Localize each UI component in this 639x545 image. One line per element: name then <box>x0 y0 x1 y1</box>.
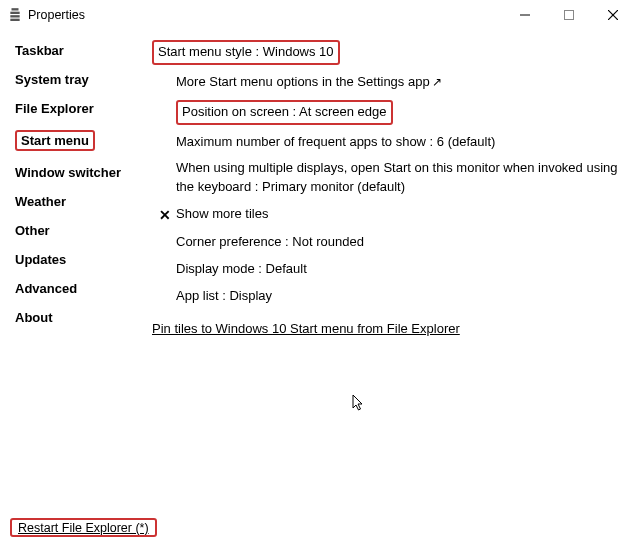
svg-rect-5 <box>565 11 574 20</box>
sidebar-item-file-explorer[interactable]: File Explorer <box>15 94 150 123</box>
row-label: Display mode : Default <box>176 260 621 279</box>
sidebar-item-label: Advanced <box>15 281 77 296</box>
external-link-icon: ↗ <box>432 75 442 89</box>
more-options-link[interactable]: More Start menu options in the Settings … <box>176 69 621 96</box>
row-label: Corner preference : Not rounded <box>176 233 621 252</box>
svg-rect-2 <box>10 15 19 17</box>
row-label: More Start menu options in the Settings … <box>176 74 430 89</box>
sidebar-item-weather[interactable]: Weather <box>15 187 150 216</box>
sidebar: Taskbar System tray File Explorer Start … <box>0 36 150 509</box>
sidebar-item-start-menu[interactable]: Start menu <box>15 123 150 158</box>
minimize-button[interactable] <box>503 0 547 30</box>
sidebar-item-about[interactable]: About <box>15 303 150 332</box>
row-label: Maximum number of frequent apps to show … <box>176 133 621 152</box>
titlebar: Properties <box>0 0 639 30</box>
sidebar-item-label: File Explorer <box>15 101 94 116</box>
sidebar-item-label: Other <box>15 223 50 238</box>
svg-rect-0 <box>12 8 19 10</box>
window-title: Properties <box>28 8 503 22</box>
maximize-button[interactable] <box>547 0 591 30</box>
pin-tiles-link[interactable]: Pin tiles to Windows 10 Start menu from … <box>152 316 621 343</box>
main-panel: Start menu style : Windows 10 More Start… <box>150 36 639 509</box>
row-label: Show more tiles <box>176 205 621 225</box>
app-icon <box>8 8 22 22</box>
max-frequent-apps-row[interactable]: Maximum number of frequent apps to show … <box>176 129 621 156</box>
sidebar-item-advanced[interactable]: Advanced <box>15 274 150 303</box>
sidebar-item-updates[interactable]: Updates <box>15 245 150 274</box>
sidebar-item-label: Window switcher <box>15 165 121 180</box>
row-label: App list : Display <box>176 287 621 306</box>
restart-file-explorer-link[interactable]: Restart File Explorer (*) <box>12 517 155 539</box>
sidebar-item-label: Updates <box>15 252 66 267</box>
start-menu-style-row[interactable]: Start menu style : Windows 10 <box>152 36 621 69</box>
sidebar-item-label: System tray <box>15 72 89 87</box>
position-on-screen-row[interactable]: Position on screen : At screen edge <box>176 96 621 129</box>
window-controls <box>503 0 635 30</box>
svg-rect-1 <box>10 12 19 14</box>
x-icon: ✕ <box>154 205 176 225</box>
svg-rect-3 <box>10 19 19 21</box>
multi-display-row[interactable]: When using multiple displays, open Start… <box>176 155 621 201</box>
sidebar-item-window-switcher[interactable]: Window switcher <box>15 158 150 187</box>
row-label: When using multiple displays, open Start… <box>176 159 621 197</box>
row-label: Pin tiles to Windows 10 Start menu from … <box>152 320 621 339</box>
sidebar-item-label: Weather <box>15 194 66 209</box>
row-label: Position on screen : At screen edge <box>176 100 393 125</box>
display-mode-row[interactable]: Display mode : Default <box>176 256 621 283</box>
close-button[interactable] <box>591 0 635 30</box>
sidebar-item-other[interactable]: Other <box>15 216 150 245</box>
show-more-tiles-row[interactable]: ✕ Show more tiles <box>176 201 621 229</box>
sidebar-item-taskbar[interactable]: Taskbar <box>15 36 150 65</box>
sidebar-item-label: Start menu <box>15 130 95 151</box>
app-list-row[interactable]: App list : Display <box>176 283 621 310</box>
corner-preference-row[interactable]: Corner preference : Not rounded <box>176 229 621 256</box>
sidebar-item-label: Taskbar <box>15 43 64 58</box>
sidebar-item-label: About <box>15 310 53 325</box>
footer: Restart File Explorer (*) <box>10 518 157 537</box>
sidebar-item-system-tray[interactable]: System tray <box>15 65 150 94</box>
row-label: Start menu style : Windows 10 <box>152 40 340 65</box>
